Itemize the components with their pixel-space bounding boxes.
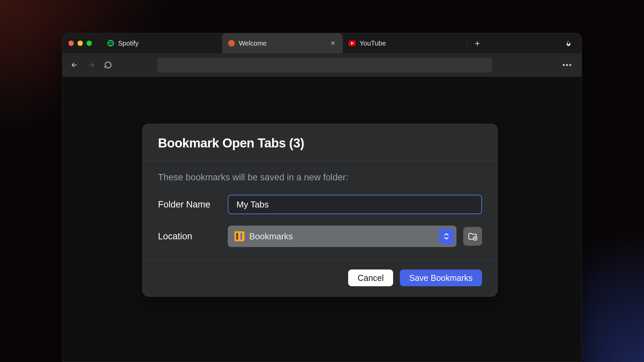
tabs: Spotify Welcome ✕ YouTube + xyxy=(101,33,561,53)
dialog-title: Bookmark Open Tabs (3) xyxy=(158,136,482,150)
fire-button[interactable] xyxy=(561,40,576,47)
reload-button[interactable] xyxy=(103,60,113,70)
bookmark-dialog: Bookmark Open Tabs (3) These bookmarks w… xyxy=(142,124,498,297)
folder-plus-icon xyxy=(468,231,478,241)
tab-label: Spotify xyxy=(118,40,139,47)
location-select[interactable]: Bookmarks xyxy=(228,226,457,247)
close-tab-icon[interactable]: ✕ xyxy=(329,38,337,48)
tab-youtube[interactable]: YouTube xyxy=(343,33,464,53)
browser-window: Spotify Welcome ✕ YouTube + xyxy=(62,33,582,362)
youtube-icon xyxy=(349,40,356,47)
reload-icon xyxy=(104,61,112,69)
toolbar: ••• xyxy=(62,53,582,77)
window-controls xyxy=(68,41,92,46)
forward-button[interactable] xyxy=(87,60,96,70)
spotify-icon xyxy=(107,40,114,47)
location-row: Location Bookmarks xyxy=(158,226,482,247)
back-button[interactable] xyxy=(70,60,79,70)
cancel-button[interactable]: Cancel xyxy=(348,269,393,286)
save-bookmarks-button[interactable]: Save Bookmarks xyxy=(400,269,482,286)
tab-spotify[interactable]: Spotify xyxy=(101,33,222,53)
duckduckgo-icon xyxy=(228,40,235,47)
tab-separator xyxy=(467,40,467,47)
tab-label: Welcome xyxy=(239,40,267,47)
tab-bar: Spotify Welcome ✕ YouTube + xyxy=(62,33,582,53)
minimize-window-button[interactable] xyxy=(77,41,83,46)
more-icon: ••• xyxy=(562,61,572,69)
folder-name-row: Folder Name xyxy=(158,195,482,214)
address-bar[interactable] xyxy=(157,58,492,72)
dialog-footer: Cancel Save Bookmarks xyxy=(143,260,497,296)
folder-name-label: Folder Name xyxy=(158,199,228,210)
dialog-description: These bookmarks will be saved in a new f… xyxy=(158,172,482,183)
bookmarks-folder-icon xyxy=(234,231,245,241)
maximize-window-button[interactable] xyxy=(87,41,92,46)
content-area: Bookmark Open Tabs (3) These bookmarks w… xyxy=(62,77,582,362)
arrow-left-icon xyxy=(70,61,78,69)
chevron-down-icon xyxy=(444,237,449,240)
arrow-right-icon xyxy=(87,61,95,69)
location-controls: Bookmarks xyxy=(228,226,482,247)
chevron-up-icon xyxy=(444,233,449,236)
dialog-header: Bookmark Open Tabs (3) xyxy=(143,124,497,161)
tab-label: YouTube xyxy=(360,40,386,47)
new-tab-button[interactable]: + xyxy=(471,33,484,53)
select-chevron-icon xyxy=(439,228,454,244)
overflow-menu-button[interactable]: ••• xyxy=(560,59,574,71)
close-window-button[interactable] xyxy=(68,41,74,46)
dialog-body: These bookmarks will be saved in a new f… xyxy=(143,161,497,260)
tab-welcome[interactable]: Welcome ✕ xyxy=(222,33,343,53)
new-folder-button[interactable] xyxy=(463,227,482,246)
fire-icon xyxy=(565,40,572,47)
location-value: Bookmarks xyxy=(249,231,293,242)
folder-name-input[interactable] xyxy=(228,195,482,214)
location-label: Location xyxy=(158,231,228,242)
